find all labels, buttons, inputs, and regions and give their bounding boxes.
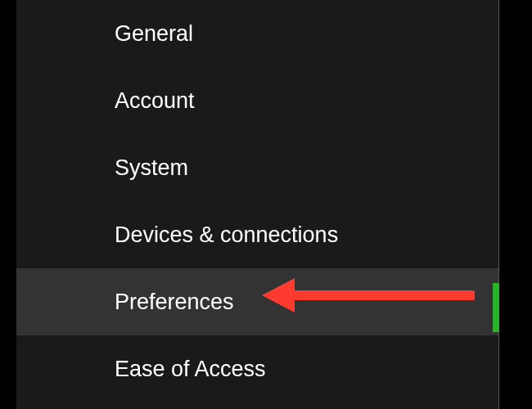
menu-item-label: Devices & connections (115, 222, 338, 248)
menu-item-label: System (115, 155, 188, 181)
menu-item-label: General (115, 21, 193, 47)
menu-item-preferences[interactable]: Preferences (16, 268, 498, 335)
menu-item-general[interactable]: General (16, 0, 498, 67)
menu-item-account[interactable]: Account (16, 67, 498, 134)
menu-item-ease-of-access[interactable]: Ease of Access (16, 335, 498, 402)
selection-indicator (493, 283, 499, 332)
menu-item-label: Preferences (115, 290, 234, 315)
menu-item-label: Account (115, 88, 195, 114)
menu-item-system[interactable]: System (16, 134, 498, 201)
menu-item-label: Ease of Access (115, 357, 266, 382)
menu-item-devices[interactable]: Devices & connections (16, 201, 498, 268)
settings-menu: General Account System Devices & connect… (16, 0, 499, 409)
